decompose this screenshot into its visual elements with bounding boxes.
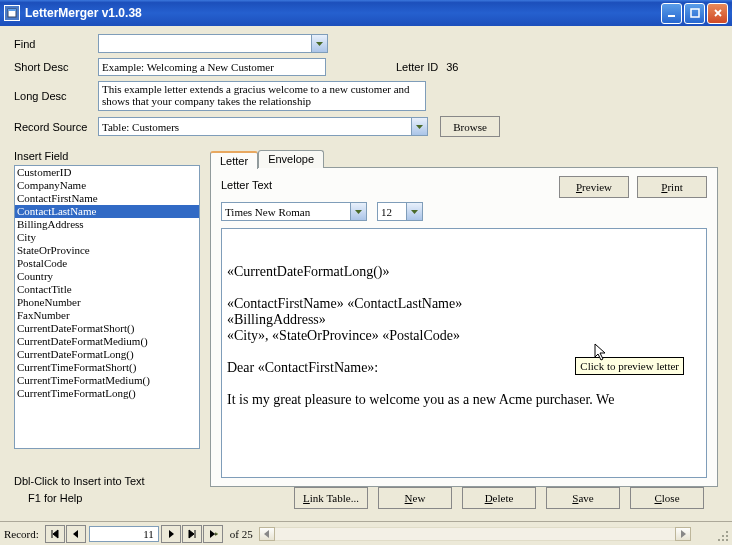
record-label: Record:	[4, 528, 39, 540]
print-button[interactable]: Print	[637, 176, 707, 198]
long-desc-input[interactable]	[98, 81, 426, 111]
record-source-label: Record Source	[14, 121, 98, 133]
list-item[interactable]: ContactTitle	[15, 283, 199, 296]
list-item[interactable]: StateOrProvince	[15, 244, 199, 257]
list-item[interactable]: CurrentTimeFormatMedium()	[15, 374, 199, 387]
window-title: LetterMerger v1.0.38	[25, 6, 661, 20]
close-button[interactable]	[707, 3, 728, 24]
list-item[interactable]: City	[15, 231, 199, 244]
hscroll-track[interactable]	[275, 527, 675, 541]
f1-help-label: F1 for Help	[28, 492, 228, 504]
delete-button[interactable]: Delete	[462, 487, 536, 509]
font-family-input[interactable]	[222, 203, 350, 220]
preview-button[interactable]: Preview	[559, 176, 629, 198]
letter-id-label: Letter ID	[396, 61, 438, 73]
find-input[interactable]	[99, 35, 311, 52]
long-desc-label: Long Desc	[14, 90, 98, 102]
record-number-input[interactable]	[89, 526, 159, 542]
svg-rect-1	[8, 9, 16, 11]
app-icon	[4, 5, 20, 21]
insert-field-list[interactable]: CustomerIDCompanyNameContactFirstNameCon…	[14, 165, 200, 449]
letter-line: It is my great pleasure to welcome you a…	[227, 392, 701, 408]
list-item[interactable]: BillingAddress	[15, 218, 199, 231]
hscroll-left-button[interactable]	[259, 527, 275, 541]
font-size-combo[interactable]	[377, 202, 423, 221]
list-item[interactable]: ContactLastName	[15, 205, 199, 218]
list-item[interactable]: FaxNumber	[15, 309, 199, 322]
record-source-input[interactable]	[99, 118, 411, 135]
list-item[interactable]: CurrentTimeFormatShort()	[15, 361, 199, 374]
letter-panel: Letter Text Preview Print	[210, 167, 718, 487]
list-item[interactable]: Country	[15, 270, 199, 283]
nav-first-button[interactable]	[45, 525, 65, 543]
nav-last-button[interactable]	[182, 525, 202, 543]
find-combo[interactable]	[98, 34, 328, 53]
font-size-input[interactable]	[378, 203, 406, 220]
svg-rect-6	[722, 535, 724, 537]
minimize-button[interactable]	[661, 3, 682, 24]
browse-button[interactable]: Browse	[440, 116, 500, 137]
short-desc-label: Short Desc	[14, 61, 98, 73]
dropdown-icon[interactable]	[311, 35, 327, 52]
list-item[interactable]: PostalCode	[15, 257, 199, 270]
letter-line: «City», «StateOrProvince» «PostalCode»	[227, 328, 701, 344]
close-bottom-button[interactable]: Close	[630, 487, 704, 509]
tab-letter[interactable]: Letter	[210, 151, 258, 169]
list-item[interactable]: CustomerID	[15, 166, 199, 179]
save-button[interactable]: Save	[546, 487, 620, 509]
svg-rect-8	[718, 539, 720, 541]
svg-rect-2	[668, 15, 675, 17]
list-item[interactable]: ContactFirstName	[15, 192, 199, 205]
resize-grip-icon[interactable]	[716, 529, 730, 543]
find-label: Find	[14, 38, 98, 50]
record-of-label: of 25	[230, 528, 253, 540]
link-table-button[interactable]: Link Table...	[294, 487, 368, 509]
list-item[interactable]: CompanyName	[15, 179, 199, 192]
hscroll-right-button[interactable]	[675, 527, 691, 541]
preview-tooltip: Click to preview letter	[575, 357, 684, 375]
letter-line: «BillingAddress»	[227, 312, 701, 328]
list-item[interactable]: CurrentDateFormatMedium()	[15, 335, 199, 348]
list-item[interactable]: PhoneNumber	[15, 296, 199, 309]
nav-prev-button[interactable]	[66, 525, 86, 543]
letter-text-editor[interactable]: «CurrentDateFormatLong()» «ContactFirstN…	[221, 228, 707, 478]
svg-rect-5	[726, 531, 728, 533]
svg-rect-10	[726, 539, 728, 541]
list-item[interactable]: CurrentDateFormatLong()	[15, 348, 199, 361]
nav-new-button[interactable]: *	[203, 525, 223, 543]
dropdown-icon[interactable]	[406, 203, 422, 220]
nav-next-button[interactable]	[161, 525, 181, 543]
record-source-combo[interactable]	[98, 117, 428, 136]
svg-rect-3	[691, 9, 699, 17]
insert-field-label: Insert Field	[14, 150, 200, 162]
tab-envelope[interactable]: Envelope	[258, 150, 324, 168]
letter-line: «CurrentDateFormatLong()»	[227, 264, 701, 280]
letter-line: «ContactFirstName» «ContactLastName»	[227, 296, 701, 312]
list-item[interactable]: CurrentTimeFormatLong()	[15, 387, 199, 400]
short-desc-input[interactable]	[98, 58, 326, 76]
titlebar: LetterMerger v1.0.38	[0, 0, 732, 26]
new-button[interactable]: New	[378, 487, 452, 509]
dropdown-icon[interactable]	[350, 203, 366, 220]
letter-id-value: 36	[446, 61, 458, 73]
dblclick-hint: Dbl-Click to Insert into Text	[14, 475, 200, 487]
dropdown-icon[interactable]	[411, 118, 427, 135]
letter-text-label: Letter Text	[221, 179, 272, 191]
font-family-combo[interactable]	[221, 202, 367, 221]
maximize-button[interactable]	[684, 3, 705, 24]
svg-text:*: *	[214, 531, 218, 539]
svg-rect-7	[726, 535, 728, 537]
list-item[interactable]: CurrentDateFormatShort()	[15, 322, 199, 335]
record-navigator: Record: * of 25	[0, 521, 732, 545]
svg-rect-9	[722, 539, 724, 541]
